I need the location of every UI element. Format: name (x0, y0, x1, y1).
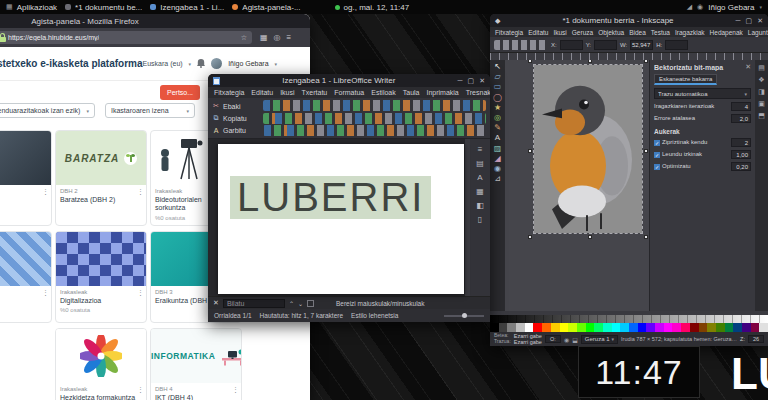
dialog-icon[interactable]: ▣ (758, 100, 765, 108)
kebab-menu-icon[interactable]: ⋮ (137, 289, 144, 297)
layer-visibility-icon[interactable]: ◉ (564, 336, 569, 343)
match-case-checkbox[interactable] (307, 300, 314, 307)
menu-item[interactable]: Tresnak (466, 89, 490, 96)
palette-swatch[interactable] (551, 323, 560, 332)
scale-handle[interactable] (528, 149, 532, 153)
zoom-slider-handle[interactable] (462, 313, 467, 318)
user-menu-label[interactable]: Iñigo Gebara (708, 3, 754, 12)
scale-handle[interactable] (644, 60, 648, 63)
close-icon[interactable]: ✕ (757, 17, 763, 25)
palette-swatch[interactable] (560, 323, 569, 332)
scale-handle[interactable] (644, 149, 648, 153)
palette-swatch[interactable] (507, 323, 516, 332)
menu-item[interactable]: Bidea (629, 29, 646, 36)
kebab-menu-icon[interactable]: ⋮ (137, 386, 144, 394)
menu-item[interactable]: Inprimakia (426, 89, 458, 96)
menu-item[interactable]: Geruza (572, 29, 593, 36)
menu-item[interactable]: Txertatu (302, 89, 328, 96)
opacity-field[interactable]: O: (545, 335, 561, 343)
clock-menu[interactable]: og., mai. 12, 11:47 (335, 3, 410, 12)
palette-swatch[interactable] (577, 323, 586, 332)
single-scan-tab[interactable]: Eskaneatze bakarra (654, 74, 717, 85)
option-field[interactable]: 1,00 (731, 150, 751, 159)
writer-document-area[interactable]: LUBERRI (208, 139, 465, 296)
kebab-menu-icon[interactable]: ⋮ (42, 289, 49, 297)
menu-item[interactable]: Iragazkiak (675, 29, 705, 36)
taskbar-item-firefox[interactable]: Agista-panela-... (232, 3, 300, 12)
document-page[interactable]: LUBERRI (218, 144, 464, 294)
sidebar-menu-icon[interactable]: ≡ (478, 145, 483, 154)
checkbox-checked-icon[interactable]: ✓ (654, 152, 660, 158)
menu-item[interactable]: Formatua (334, 89, 364, 96)
course-title[interactable]: IKT (DBH 4) (155, 394, 231, 400)
dialog-icon[interactable]: ◨ (758, 88, 765, 96)
menu-item[interactable]: Editatu (251, 89, 273, 96)
kebab-menu-icon[interactable]: ⋮ (137, 188, 144, 196)
inkscape-window[interactable]: ◆ *1 dokumentu berria - Inkscape ─ ▢ ✕ F… (490, 14, 768, 346)
select-tool-icon[interactable]: ↖ (494, 62, 501, 71)
kebab-menu-icon[interactable]: ⋮ (232, 386, 239, 394)
zoom-tool-icon[interactable]: ◉ (494, 164, 501, 173)
palette-swatch[interactable] (733, 323, 742, 332)
spiral-tool-icon[interactable]: ◎ (494, 113, 501, 122)
palette-swatch[interactable] (664, 323, 673, 332)
maximize-icon[interactable]: ▢ (468, 77, 475, 85)
palette-swatch[interactable] (759, 323, 768, 332)
course-title[interactable]: Elikadura (0, 196, 41, 204)
close-icon[interactable]: ✕ (479, 77, 485, 85)
selected-image-frame[interactable] (533, 64, 643, 234)
menu-item[interactable]: Fitxategia (495, 29, 523, 36)
scale-handle[interactable] (644, 235, 648, 239)
selection-count[interactable]: Hautatuta: hitz 1, 7 karaktere (260, 312, 343, 319)
dialog-icon[interactable]: ⬒ (758, 112, 765, 120)
checkbox-checked-icon[interactable]: ✓ (654, 140, 660, 146)
navigator-icon[interactable]: ◧ (476, 201, 484, 210)
menu-item[interactable]: Estiloak (371, 89, 396, 96)
option-field[interactable]: 2 (731, 138, 751, 147)
find-next-icon[interactable]: ⌄ (298, 300, 303, 307)
palette-swatch[interactable] (681, 323, 690, 332)
h-field[interactable] (665, 40, 688, 50)
avatar[interactable] (211, 58, 222, 69)
palette-swatch[interactable] (586, 323, 595, 332)
app-menu-icon[interactable]: ≡ (287, 33, 292, 42)
properties-icon[interactable]: ▤ (476, 159, 484, 168)
grayscale-palette[interactable] (490, 315, 768, 323)
gradient-tool-icon[interactable]: ▨ (494, 144, 502, 153)
paragraph-style[interactable]: Estilo lehenetsia (351, 312, 398, 319)
palette-swatch[interactable] (638, 323, 647, 332)
firefox-titlebar[interactable]: Agista-panela - Mozilla Firefox (0, 14, 310, 28)
palette-swatch[interactable] (751, 323, 760, 332)
palette-swatch[interactable] (525, 323, 534, 332)
dialog-icon[interactable]: ▤ (758, 64, 765, 72)
circle-tool-icon[interactable]: ◯ (493, 93, 502, 102)
scale-handle[interactable] (528, 235, 532, 239)
url-text[interactable]: https://egela.hirubide.eus/my/ (8, 34, 99, 41)
minimize-icon[interactable]: ─ (736, 17, 741, 25)
network-icon[interactable]: ◢ (687, 3, 692, 11)
activities-button[interactable]: ▦ Aplikazioak (6, 3, 57, 12)
palette-swatch[interactable] (490, 323, 499, 332)
selected-document-text[interactable]: LUBERRI (230, 176, 431, 219)
course-card[interactable]: Irakasleak Tutoretzak %0 osatuta ⋮ (0, 231, 52, 323)
layer-select[interactable]: Geruza 1 ▾ (581, 335, 618, 344)
text-tool-icon[interactable]: A (495, 133, 500, 142)
menu-item[interactable]: Laguntza (748, 29, 768, 36)
w-field[interactable]: 52,947 (630, 40, 653, 50)
extensions-icon[interactable]: ▦ (260, 33, 268, 42)
layer-lock-icon[interactable]: ⬓ (572, 336, 578, 343)
maximize-icon[interactable]: ▢ (746, 17, 753, 25)
scale-handle[interactable] (588, 235, 592, 239)
styles-icon[interactable]: A (477, 173, 482, 182)
node-tool-icon[interactable]: ▱ (494, 72, 500, 81)
palette-swatch[interactable] (725, 323, 734, 332)
palette-swatch[interactable] (716, 323, 725, 332)
url-bar[interactable]: https://egela.hirubide.eus/my/ ☆ (0, 31, 252, 44)
bookmark-star-icon[interactable]: ☆ (241, 34, 247, 42)
writer-window[interactable]: Izengabea 1 - LibreOffice Writer ─ ▢ ✕ F… (208, 74, 490, 322)
palette-swatch[interactable] (499, 323, 508, 332)
minimize-icon[interactable]: ─ (458, 77, 463, 85)
close-icon[interactable]: ✕ (745, 63, 751, 71)
palette-swatch[interactable] (672, 323, 681, 332)
measure-tool-icon[interactable]: ⊿ (494, 174, 501, 183)
